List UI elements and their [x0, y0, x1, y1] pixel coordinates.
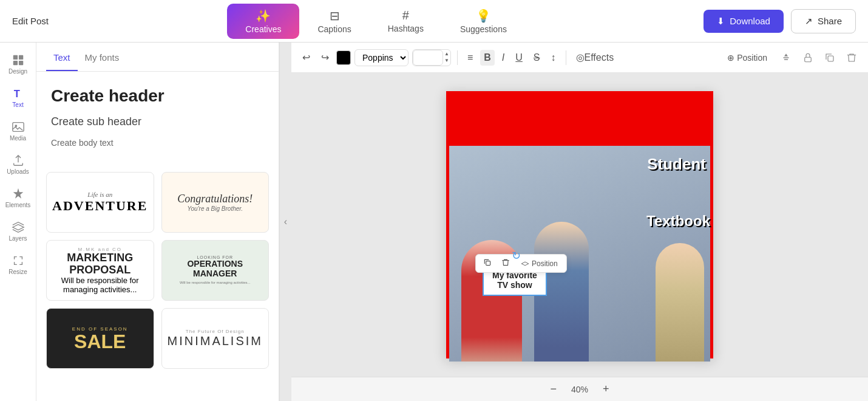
tab-suggestions-label: Suggestions — [460, 24, 507, 34]
panel-collapse-handle[interactable]: ‹ — [279, 43, 291, 401]
font-template-operations[interactable]: LOOKING FOR OPERATIONS MANAGER Will be r… — [161, 240, 270, 301]
sidebar-item-text[interactable]: T Text — [1, 82, 35, 113]
download-button[interactable]: ⬇ Download — [704, 10, 784, 33]
tab-my-fonts[interactable]: My fonts — [78, 43, 127, 71]
floating-duplicate-icon — [483, 258, 492, 267]
create-subheader-button[interactable]: Create sub header — [46, 113, 269, 131]
collapse-icon: ‹ — [284, 216, 287, 227]
tab-captions[interactable]: ⊟ Captions — [299, 4, 369, 39]
sidebar-uploads-label: Uploads — [7, 168, 29, 175]
layers-button[interactable]: ⊕ Position — [721, 50, 773, 65]
canvas[interactable]: Student Textbook Position — [446, 91, 713, 358]
operations-text: LOOKING FOR OPERATIONS MANAGER Will be r… — [162, 250, 269, 290]
floating-position-label: Position — [532, 259, 558, 268]
editor-toolbar: ↩ ↪ Poppins Arial Impact 40 ▲ ▼ ≡ — [291, 43, 868, 73]
line-height-icon: ↕ — [551, 52, 556, 63]
floating-duplicate-button[interactable] — [481, 257, 494, 270]
duplicate-icon — [824, 52, 835, 63]
canvas-footer: − 40% + — [291, 377, 868, 401]
create-header-button[interactable]: Create header — [46, 84, 269, 108]
font-template-marketing[interactable]: M.MK and CO MARKETING PROPOSAL Will be r… — [46, 240, 154, 301]
tab-creatives-label: Creatives — [245, 24, 281, 34]
zoom-out-icon: − — [550, 383, 557, 395]
main-layout: Design T Text Media Uploads — [0, 43, 868, 401]
sidebar-item-layers[interactable]: Layers — [1, 216, 35, 247]
canvas-label-textbook[interactable]: Textbook — [646, 213, 710, 230]
create-body-button[interactable]: Create body text — [46, 135, 269, 150]
sidebar-text-label: Text — [12, 101, 23, 108]
tab-creatives[interactable]: ✨ Creatives — [227, 4, 299, 39]
sidebar-elements-label: Elements — [5, 202, 31, 208]
effects-button[interactable]: ◎ Effects — [572, 49, 618, 66]
rotate-handle[interactable]: ↻ — [512, 249, 524, 261]
italic-button[interactable]: I — [498, 50, 508, 66]
undo-icon: ↩ — [302, 52, 310, 63]
sidebar-resize-label: Resize — [8, 269, 27, 275]
edit-post-button[interactable]: Edit Post — [12, 16, 49, 26]
zoom-in-button[interactable]: + — [598, 382, 614, 397]
text-items: Create header Create sub header Create b… — [36, 72, 279, 162]
svg-rect-7 — [784, 57, 789, 58]
svg-rect-2 — [13, 61, 17, 65]
sidebar-item-design[interactable]: Design — [1, 49, 35, 80]
floating-delete-icon — [501, 258, 510, 267]
font-size-down[interactable]: ▼ — [443, 58, 450, 64]
undo-button[interactable]: ↩ — [299, 49, 314, 66]
sidebar-item-uploads[interactable]: Uploads — [1, 149, 35, 180]
lock-icon — [802, 52, 813, 63]
tab-text[interactable]: Text — [46, 43, 78, 71]
svg-rect-11 — [486, 261, 490, 266]
sidebar-item-elements[interactable]: Elements — [1, 182, 35, 213]
strikethrough-button[interactable]: S — [530, 50, 544, 66]
bold-button[interactable]: B — [480, 50, 495, 66]
sidebar-layers-label: Layers — [8, 235, 27, 242]
tab-group: ✨ Creatives ⊟ Captions # Hashtags 💡 Sugg… — [227, 4, 525, 39]
align-left-button[interactable]: ≡ — [464, 50, 476, 66]
font-template-congratulations[interactable]: Congratulations! You're a Big Brother. — [161, 172, 270, 233]
duplicate-button[interactable] — [821, 50, 839, 66]
sidebar-item-resize[interactable]: Resize — [1, 249, 35, 280]
media-icon — [12, 120, 25, 134]
share-icon: ↗ — [805, 16, 813, 27]
svg-rect-0 — [13, 55, 17, 60]
floating-delete-button[interactable] — [499, 257, 512, 270]
suggestions-icon: 💡 — [476, 9, 491, 23]
layers-icon: ⊕ — [727, 53, 734, 63]
font-size-input[interactable]: 40 — [413, 50, 443, 66]
tab-captions-label: Captions — [317, 24, 351, 34]
tab-hashtags[interactable]: # Hashtags — [370, 4, 442, 38]
font-template-minimalism[interactable]: The Future Of Design MINIMALISIM — [161, 308, 270, 369]
opacity-button[interactable] — [777, 50, 795, 66]
color-picker[interactable] — [336, 50, 351, 65]
design-icon — [12, 53, 25, 67]
canvas-wrapper: Student Textbook Position — [291, 73, 868, 377]
sale-text: END OF SEASON SALE — [67, 321, 133, 356]
canvas-label-student[interactable]: Student — [647, 155, 706, 174]
strikethrough-icon: S — [534, 52, 540, 63]
tv-show-label: My favoriteTV show — [492, 270, 537, 290]
share-button[interactable]: ↗ Share — [791, 9, 856, 33]
sidebar-item-media[interactable]: Media — [1, 115, 35, 146]
zoom-out-button[interactable]: − — [545, 382, 561, 397]
sidebar-media-label: Media — [10, 135, 26, 142]
font-family-select[interactable]: Poppins Arial Impact — [354, 49, 409, 66]
font-template-adventure[interactable]: Life is an Adventure — [46, 172, 154, 233]
panel-tabs: Text My fonts — [36, 43, 279, 72]
delete-button[interactable] — [843, 50, 861, 66]
text-icon: T — [12, 87, 25, 100]
line-height-button[interactable]: ↕ — [548, 50, 560, 66]
lock-button[interactable] — [799, 50, 817, 66]
hashtags-icon: # — [402, 9, 409, 22]
redo-button[interactable]: ↪ — [317, 49, 333, 66]
text-panel: Text My fonts Create header Create sub h… — [36, 43, 279, 401]
effects-label: Effects — [585, 52, 614, 63]
zoom-level: 40% — [571, 385, 588, 394]
svg-rect-10 — [828, 56, 833, 61]
underline-icon: U — [515, 52, 523, 63]
delete-icon — [846, 52, 857, 63]
layers-icon — [12, 221, 25, 234]
tab-suggestions[interactable]: 💡 Suggestions — [442, 4, 525, 39]
underline-button[interactable]: U — [512, 50, 526, 66]
font-template-sale[interactable]: END OF SEASON SALE — [46, 308, 154, 369]
font-size-up[interactable]: ▲ — [443, 51, 450, 57]
